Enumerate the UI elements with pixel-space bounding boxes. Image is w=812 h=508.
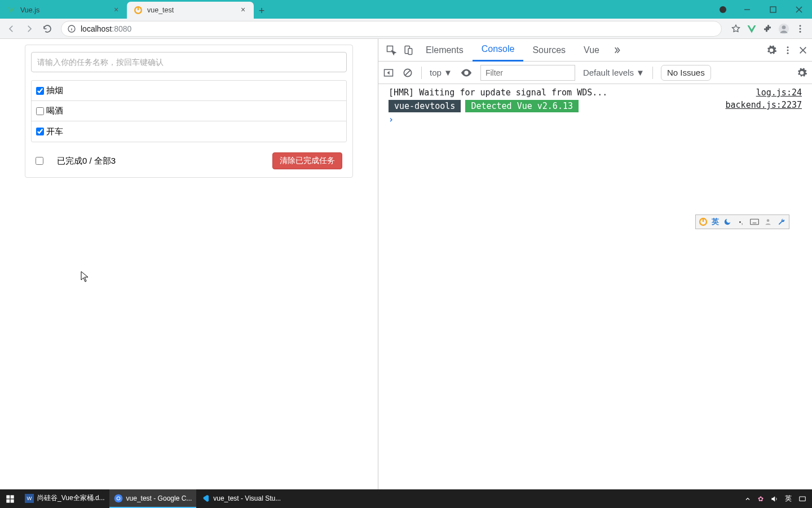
console-filter-input[interactable] [480, 65, 575, 81]
devtools-panel: Elements Console Sources Vue top ▼ Defau… [378, 39, 812, 489]
console-prompt[interactable]: › [378, 113, 812, 126]
log-levels-selector[interactable]: Default levels ▼ [583, 68, 645, 77]
browser-tab[interactable]: Vue.js × [0, 2, 127, 19]
site-info-icon[interactable] [67, 24, 76, 33]
tab-title: Vue.js [20, 6, 108, 14]
moon-icon[interactable] [722, 217, 732, 227]
list-item[interactable]: 开车 [32, 121, 346, 142]
start-button[interactable] [0, 494, 20, 503]
issues-pill[interactable]: No Issues [661, 65, 711, 81]
tray-lang[interactable]: 英 [785, 494, 792, 503]
console-log-line: vue-devtools Detected Vue v2.6.13 backen… [378, 99, 812, 113]
punctuation-icon[interactable]: •, [736, 217, 746, 227]
close-devtools-icon[interactable] [798, 46, 807, 55]
live-expression-eye-icon[interactable] [460, 67, 473, 79]
task-label: 抽烟 [46, 85, 63, 96]
browser-tab-active[interactable]: vue_test × [127, 2, 254, 19]
ime-toolbar[interactable]: 英 •, [695, 214, 789, 229]
console-body[interactable]: [HMR] Waiting for update signal from WDS… [378, 84, 812, 489]
tray-flower-icon[interactable]: ✿ [758, 495, 764, 503]
log-source-link[interactable]: backend.js:2237 [726, 100, 802, 112]
svg-rect-40 [800, 496, 806, 501]
extensions-icon[interactable] [762, 24, 773, 34]
reload-button[interactable] [39, 21, 55, 37]
tab-title: vue_test [147, 6, 235, 14]
close-icon[interactable]: × [239, 6, 247, 14]
svg-point-12 [800, 30, 801, 32]
taskbar-item[interactable]: vue_test - Google C... [109, 489, 197, 508]
inspect-element-icon[interactable] [383, 42, 400, 59]
profile-avatar-icon[interactable] [778, 23, 789, 34]
svg-rect-25 [751, 219, 759, 224]
context-selector[interactable]: top ▼ [430, 68, 452, 77]
devtools-tabstrip: Elements Console Sources Vue [378, 39, 812, 62]
close-window-button[interactable] [786, 0, 812, 19]
svg-rect-2 [770, 7, 776, 12]
list-item[interactable]: 喝酒 [32, 101, 346, 121]
clear-completed-button[interactable]: 清除已完成任务 [272, 152, 342, 169]
log-message: [HMR] Waiting for update signal from WDS… [389, 87, 607, 98]
device-toggle-icon[interactable] [400, 42, 417, 59]
settings-gear-icon[interactable] [766, 45, 777, 56]
chrome-menu-icon[interactable] [795, 24, 805, 34]
log-source-link[interactable]: log.js:24 [756, 87, 802, 98]
task-input[interactable] [31, 52, 347, 72]
tab-vue[interactable]: Vue [575, 39, 608, 62]
vue-devtools-extension-icon[interactable] [747, 24, 757, 34]
window-controls [714, 0, 812, 19]
forward-button[interactable] [21, 21, 37, 37]
tab-elements[interactable]: Elements [417, 39, 473, 62]
wrench-icon[interactable] [776, 217, 787, 227]
svg-rect-31 [6, 495, 10, 498]
taskbar-label: vue_test - Google C... [126, 494, 192, 502]
sidebar-toggle-icon[interactable] [383, 67, 394, 78]
tab-console[interactable]: Console [473, 39, 524, 62]
task-checkbox[interactable] [36, 128, 44, 135]
cursor-icon [81, 271, 89, 282]
taskbar-item[interactable]: W 尚硅谷_Vue全家桶.d... [20, 489, 109, 508]
select-all-checkbox[interactable] [36, 157, 43, 165]
address-bar: localhost:8080 [0, 19, 812, 39]
profile-dot-icon[interactable] [720, 6, 726, 13]
svg-point-11 [800, 28, 801, 29]
minimize-button[interactable] [734, 0, 760, 19]
svg-rect-33 [6, 499, 10, 502]
todo-card: 抽烟 喝酒 开车 已完成0 / 全部3 清除已完成任务 [25, 45, 353, 178]
task-checkbox[interactable] [36, 87, 44, 95]
todo-footer: 已完成0 / 全部3 清除已完成任务 [31, 152, 347, 172]
taskbar-item[interactable]: vue_test - Visual Stu... [196, 489, 285, 508]
user-icon[interactable] [763, 217, 773, 227]
back-button[interactable] [3, 21, 19, 37]
url-host: localhost [81, 24, 112, 33]
task-label: 开车 [46, 126, 63, 137]
task-label: 喝酒 [46, 106, 63, 116]
svg-rect-34 [11, 499, 14, 502]
more-tabs-icon[interactable] [608, 42, 625, 59]
svg-point-10 [800, 25, 801, 27]
clear-console-icon[interactable] [402, 67, 413, 78]
keyboard-icon[interactable] [749, 217, 760, 227]
vue-favicon-icon [7, 6, 16, 15]
windows-taskbar: W 尚硅谷_Vue全家桶.d... vue_test - Google C...… [0, 489, 812, 508]
svg-point-9 [782, 25, 786, 29]
notifications-icon[interactable] [798, 495, 806, 503]
url-field[interactable]: localhost:8080 [61, 21, 722, 37]
close-icon[interactable]: × [112, 6, 120, 14]
devtools-menu-icon[interactable] [783, 45, 793, 55]
tray-chevron-icon[interactable] [744, 496, 751, 502]
maximize-button[interactable] [760, 0, 786, 19]
ime-lang[interactable]: 英 [712, 217, 719, 227]
svg-point-17 [787, 49, 789, 51]
volume-icon[interactable] [770, 495, 778, 503]
task-list: 抽烟 喝酒 开车 [31, 80, 347, 142]
new-tab-button[interactable]: + [254, 3, 270, 19]
console-settings-gear-icon[interactable] [796, 67, 807, 78]
svg-point-30 [767, 219, 770, 222]
tab-sources[interactable]: Sources [523, 39, 575, 62]
browser-titlebar: Vue.js × vue_test × + [0, 0, 812, 19]
page-content: 抽烟 喝酒 开车 已完成0 / 全部3 清除已完成任务 [0, 39, 378, 489]
list-item[interactable]: 抽烟 [32, 81, 346, 101]
chrome-icon [114, 494, 123, 503]
bookmark-star-icon[interactable] [731, 24, 741, 34]
task-checkbox[interactable] [36, 107, 44, 115]
